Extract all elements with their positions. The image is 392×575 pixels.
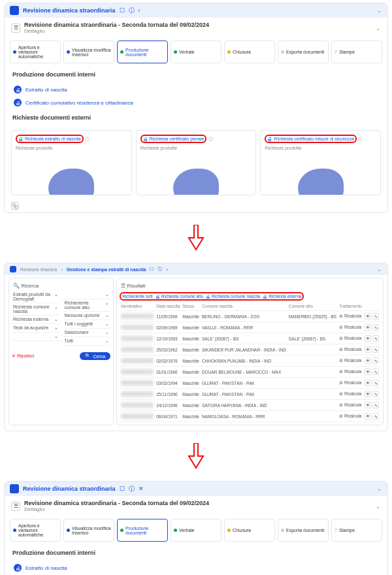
- table-row[interactable]: 12/10/1983 Maschile SALE' (20087) - BS S…: [120, 333, 380, 344]
- page-title: Revisione dinamica straordinaria - Secon…: [24, 22, 209, 28]
- edit-icon[interactable]: ✎: [372, 335, 379, 342]
- edit-icon[interactable]: ✎: [372, 324, 379, 331]
- col-header: Trattamento: [338, 302, 363, 311]
- tab-visualizza[interactable]: Visualizza modifica Inserisci: [63, 519, 114, 542]
- filter[interactable]: Testi da acquisire⌄: [12, 324, 59, 333]
- tab-esporta[interactable]: Esporta documenti: [278, 519, 329, 542]
- chevron-down-icon[interactable]: ⌄: [376, 25, 381, 31]
- card-link-sicurezza[interactable]: 🖨Richiesta certificato misure di sicurez…: [267, 137, 354, 141]
- info-icon[interactable]: ⓘ: [85, 137, 90, 141]
- view-icon[interactable]: 👁: [365, 346, 371, 353]
- clear-button[interactable]: ✕ Ripulisci: [12, 353, 34, 359]
- view-icon[interactable]: 👁: [365, 413, 371, 419]
- tab-stampe[interactable]: 7Stampe: [331, 519, 382, 542]
- filter[interactable]: Nessuna opzione⌄: [63, 312, 111, 320]
- link-certificato[interactable]: 🖨Certificato cumulativo residenza e citt…: [5, 96, 387, 109]
- edit-icon[interactable]: ✎: [372, 357, 379, 364]
- view-icon[interactable]: 👁: [365, 324, 371, 331]
- filter[interactable]: Richiesta esterna⌄: [12, 316, 59, 324]
- bookmark-icon[interactable]: ☐: [150, 267, 154, 272]
- sex-cell: Maschile: [181, 378, 201, 389]
- print-icon: 🖨: [14, 86, 22, 93]
- table-row[interactable]: 02/09/1989 Maschile VASLUI - ROMANIA - R…: [120, 322, 380, 333]
- info-icon[interactable]: ⓘ: [208, 137, 213, 141]
- tabs-row: Apertura e variazioni automatiche Visual…: [5, 516, 387, 544]
- tab-chiusura[interactable]: Chiusura: [224, 41, 275, 63]
- view-icon[interactable]: 👁: [365, 402, 371, 408]
- close-icon[interactable]: ›: [166, 267, 167, 272]
- table-row[interactable]: 25/11/1990 Maschile GUJRAT - PAKISTAN - …: [120, 389, 380, 400]
- filter[interactable]: Tutti i soggetti⌄: [63, 320, 111, 329]
- edit-icon[interactable]: ✎: [372, 369, 379, 375]
- table-row[interactable]: 01/01/1966 Maschile DOUAR BELMOUNE - MAR…: [120, 367, 380, 378]
- tab-verbale[interactable]: Verbale: [171, 519, 221, 542]
- table-row[interactable]: 03/02/1994 Maschile GUJRAT - PAKISTAN - …: [120, 378, 380, 389]
- treat-cell: ⊘ Ricalcola: [338, 378, 363, 389]
- view-icon[interactable]: 👁: [365, 357, 371, 364]
- pill[interactable]: 🖨Richiesta comune atto: [155, 294, 203, 299]
- tab-produzione[interactable]: Produzione documenti: [117, 41, 168, 63]
- info-icon[interactable]: ⓘ: [358, 137, 363, 141]
- chevron-down-icon[interactable]: ⌄: [376, 503, 381, 510]
- ca-cell: [287, 378, 338, 389]
- treat-cell: ⊘ Ricalcola: [338, 333, 363, 344]
- view-icon[interactable]: 👁: [365, 380, 371, 386]
- attachment-button[interactable]: 📎: [11, 202, 19, 210]
- flow-arrow: [0, 216, 392, 260]
- pill[interactable]: 🖨Richiesta esterna: [263, 294, 301, 299]
- info-icon[interactable]: ⓘ: [129, 485, 135, 493]
- link-estratto-nascita[interactable]: 🖨Estratto di nascita: [5, 561, 387, 574]
- info-icon[interactable]: ⓘ: [157, 266, 162, 272]
- edit-icon[interactable]: ✎: [372, 413, 379, 419]
- tab-verbale[interactable]: Verbale: [171, 41, 221, 63]
- table-row[interactable]: 25/03/1962 Maschile SIKANDER PUR JALANDH…: [120, 344, 380, 355]
- collapse-icon[interactable]: ⌄: [377, 7, 382, 14]
- table-row[interactable]: 24/12/1998 Maschile SATIGRA HARYANA - IN…: [120, 400, 380, 411]
- search-button[interactable]: 🔍 Cerca: [80, 352, 110, 360]
- filter[interactable]: Richiesta comune nascita⌄: [12, 303, 59, 316]
- view-icon[interactable]: 👁: [365, 391, 371, 397]
- info-icon[interactable]: ⓘ: [129, 7, 135, 15]
- close-icon[interactable]: ›: [139, 7, 140, 14]
- view-icon[interactable]: 👁: [365, 335, 371, 342]
- tab-chiusura[interactable]: Chiusura: [224, 519, 275, 542]
- bookmark-icon[interactable]: ☐: [120, 7, 125, 14]
- edit-icon[interactable]: ✎: [372, 313, 379, 320]
- card-link-estratto[interactable]: 🖨Richiesta estratto di nascita: [18, 137, 81, 141]
- filter[interactable]: Tutti⌄: [63, 337, 111, 346]
- pill[interactable]: Richiedente tutti: [122, 294, 153, 299]
- table-row[interactable]: 02/02/1978 Maschile CHHOKRAN PUNJABI - I…: [120, 355, 380, 367]
- table-row[interactable]: 06/04/1971 Maschile NAMOLOASA - ROMANIA …: [120, 411, 380, 422]
- mid-layout: 🔍 Ricerca Estratti prodotti da Demografi…: [8, 278, 384, 425]
- tab-visualizza[interactable]: Visualizza modifica Inserisci: [63, 41, 114, 63]
- tab-esporta[interactable]: Esporta documenti: [278, 41, 329, 63]
- bookmark-icon[interactable]: ☐: [120, 485, 125, 492]
- breadcrumb[interactable]: Revisione dinamica straordinaria: [23, 485, 116, 492]
- breadcrumb2[interactable]: Gestione e stampa estratti di nascita: [67, 267, 146, 272]
- edit-icon[interactable]: ✎: [372, 346, 379, 353]
- tab-apertura[interactable]: Apertura e variazioni automatiche: [10, 41, 61, 63]
- filter[interactable]: Richiedente comune atto⌄: [63, 299, 111, 312]
- edit-icon[interactable]: ✎: [372, 391, 379, 397]
- table-row[interactable]: 11/05/1968 Maschile BERLINO - GERMANIA -…: [120, 311, 380, 322]
- tab-apertura[interactable]: Apertura e variazioni automatiche: [10, 519, 61, 542]
- breadcrumb1[interactable]: Revisione dinamica: [20, 267, 57, 272]
- view-icon[interactable]: 👁: [365, 369, 371, 375]
- pill[interactable]: 🖨Richiesta comune nascita: [206, 294, 260, 299]
- tab-produzione[interactable]: Produzione documenti: [117, 519, 168, 542]
- collapse-icon[interactable]: ⌄: [377, 485, 382, 492]
- view-icon[interactable]: 👁: [365, 313, 371, 320]
- filter[interactable]: Estratti prodotti da Demografi⌄: [12, 291, 59, 303]
- card-link-penale[interactable]: 🖨Richiesta certificato penale: [143, 137, 204, 141]
- filter[interactable]: ⌄: [63, 291, 111, 299]
- item-icon: ☰: [11, 24, 20, 33]
- collapse-icon[interactable]: ⌄: [377, 266, 382, 272]
- breadcrumb[interactable]: Revisione dinamica straordinaria: [23, 7, 116, 14]
- edit-icon[interactable]: ✎: [372, 402, 379, 408]
- edit-icon[interactable]: ✎: [372, 380, 379, 386]
- tab-stampe[interactable]: 7Stampe: [331, 41, 382, 63]
- link-estratto-nascita[interactable]: 🖨Estratto di nascita: [5, 83, 387, 96]
- filter[interactable]: ⌄: [12, 333, 59, 341]
- close-icon[interactable]: ✕: [139, 485, 144, 492]
- filter[interactable]: Selezionare⌄: [63, 329, 111, 337]
